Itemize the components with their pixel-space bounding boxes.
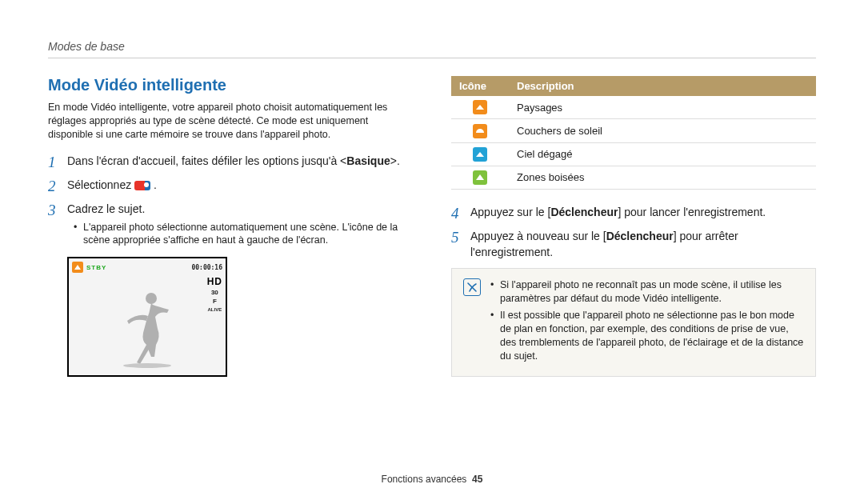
th-desc: Description	[509, 76, 816, 96]
row-label: Ciel dégagé	[509, 142, 816, 166]
step-5: Appuyez à nouveau sur le [Déclencheur] p…	[451, 228, 816, 261]
forest-icon	[473, 170, 487, 185]
table-row: Paysages	[451, 96, 816, 119]
step-1-bold: Basique	[346, 154, 390, 167]
note-item-1: Si l'appareil photo ne reconnaît pas un …	[490, 278, 804, 306]
landscape-icon	[473, 100, 487, 114]
stby-label: STBY	[86, 264, 106, 271]
table-row: Couchers de soleil	[451, 119, 816, 143]
hd-icon: HD	[207, 276, 222, 287]
step-4-text-a: Appuyez sur le [	[470, 206, 550, 218]
step-3: Cadrez le sujet. L'appareil photo sélect…	[48, 201, 413, 247]
step-2: Sélectionnez .	[48, 177, 413, 193]
note-icon	[463, 278, 481, 296]
step-1-text-a: Dans l'écran d'accueil, faites défiler l…	[67, 154, 346, 167]
rec-label: ALIVE	[207, 307, 222, 312]
step-4-text-c: ] pour lancer l'enregistrement.	[618, 206, 766, 218]
table-row: Ciel dégagé	[451, 142, 816, 166]
f-label: F	[213, 298, 217, 305]
footer-section: Fonctions avancées	[382, 474, 467, 485]
left-column: Mode Vidéo intelligente En mode Vidéo in…	[48, 76, 413, 377]
camera-preview-frame: STBY 00:00:16 HD 30 F ALIVE	[67, 257, 227, 377]
smart-mode-icon	[134, 181, 150, 190]
table-row: Zones boisées	[451, 166, 816, 189]
step-2-text-b: .	[150, 178, 157, 191]
clear-sky-icon	[473, 147, 487, 162]
svg-point-1	[123, 363, 171, 368]
fps-label: 30	[211, 290, 218, 296]
step-4: Appuyez sur le [Déclencheur] pour lancer…	[451, 204, 816, 220]
rec-time: 00:00:16	[191, 264, 222, 271]
row-label: Zones boisées	[509, 166, 816, 189]
step-5-text-a: Appuyez à nouveau sur le [	[470, 230, 606, 242]
footer-page-number: 45	[472, 474, 482, 485]
row-label: Couchers de soleil	[509, 119, 816, 143]
step-2-text-a: Sélectionnez	[67, 178, 134, 191]
sunset-icon	[473, 124, 487, 138]
scene-table: Icône Description Paysages Couchers de s…	[451, 76, 816, 190]
step-5-bold: Déclencheur	[606, 230, 674, 242]
note-item-2: Il est possible que l'appareil photo ne …	[490, 309, 804, 363]
step-1-text-c: >.	[390, 154, 400, 167]
intro-paragraph: En mode Vidéo intelligente, votre appare…	[48, 101, 413, 142]
divider	[48, 58, 816, 58]
svg-point-0	[146, 293, 157, 304]
section-title: Mode Vidéo intelligente	[48, 76, 413, 94]
skater-silhouette-icon	[111, 289, 183, 369]
step-3-sub: L'appareil photo sélectionne automatique…	[74, 221, 413, 248]
page-footer: Fonctions avancées 45	[0, 474, 864, 485]
th-icon: Icône	[451, 76, 509, 96]
scene-icon	[72, 262, 83, 273]
breadcrumb: Modes de base	[48, 40, 816, 53]
step-1: Dans l'écran d'accueil, faites défiler l…	[48, 153, 413, 169]
right-column: Icône Description Paysages Couchers de s…	[451, 76, 816, 377]
step-4-bold: Déclencheur	[550, 206, 618, 218]
note-box: Si l'appareil photo ne reconnaît pas un …	[451, 268, 816, 376]
row-label: Paysages	[509, 96, 816, 119]
step-3-text: Cadrez le sujet.	[67, 202, 145, 215]
